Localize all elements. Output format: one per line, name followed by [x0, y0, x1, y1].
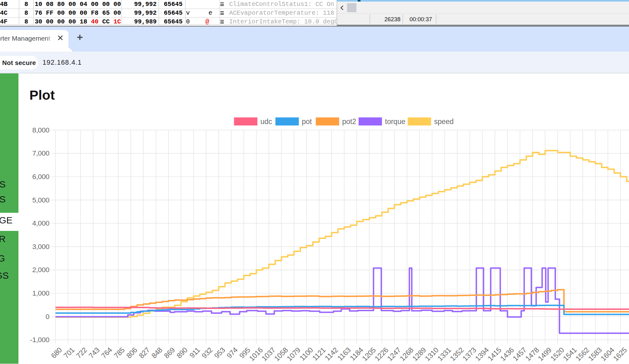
svg-text:785: 785 [112, 346, 126, 360]
svg-text:1625: 1625 [611, 346, 628, 363]
svg-text:974: 974 [225, 346, 239, 360]
svg-text:1016: 1016 [248, 346, 264, 363]
svg-text:udc: udc [260, 117, 272, 126]
svg-text:1604: 1604 [599, 346, 616, 362]
svg-text:1310: 1310 [423, 346, 440, 363]
svg-text:3,000: 3,000 [32, 243, 49, 251]
svg-text:1079: 1079 [285, 346, 302, 363]
svg-text:1520: 1520 [549, 346, 566, 363]
svg-text:1583: 1583 [586, 346, 603, 363]
svg-text:869: 869 [162, 346, 176, 360]
svg-text:1100: 1100 [298, 346, 315, 362]
svg-text:848: 848 [150, 346, 164, 360]
svg-text:5,000: 5,000 [32, 196, 49, 204]
svg-text:1436: 1436 [499, 346, 516, 363]
svg-text:1205: 1205 [360, 346, 377, 363]
svg-text:1037: 1037 [260, 346, 277, 363]
svg-text:1373: 1373 [461, 346, 478, 363]
svg-text:4,000: 4,000 [32, 219, 49, 227]
svg-text:932: 932 [200, 346, 214, 360]
svg-text:6,000: 6,000 [32, 173, 49, 181]
svg-text:1352: 1352 [448, 346, 465, 363]
svg-text:1268: 1268 [398, 346, 415, 363]
svg-text:1184: 1184 [348, 346, 365, 362]
svg-text:1478: 1478 [524, 346, 541, 363]
svg-text:1562: 1562 [574, 346, 591, 363]
svg-text:1415: 1415 [486, 346, 503, 363]
svg-text:1289: 1289 [411, 346, 428, 363]
svg-text:1142: 1142 [323, 346, 340, 362]
svg-text:8,000: 8,000 [32, 126, 49, 134]
svg-text:pot: pot [302, 117, 312, 126]
svg-text:806: 806 [125, 346, 139, 360]
svg-text:1499: 1499 [536, 346, 553, 363]
svg-text:1394: 1394 [474, 346, 491, 362]
svg-text:1331: 1331 [436, 346, 453, 363]
svg-text:743: 743 [87, 346, 101, 360]
svg-text:1058: 1058 [273, 346, 289, 363]
svg-text:911: 911 [188, 346, 202, 360]
svg-text:0: 0 [46, 313, 49, 321]
svg-text:pot2: pot2 [342, 117, 356, 126]
svg-text:701: 701 [62, 346, 76, 360]
svg-text:764: 764 [100, 346, 114, 360]
svg-text:1163: 1163 [336, 346, 352, 362]
svg-text:722: 722 [74, 346, 88, 360]
svg-text:-1,000: -1,000 [30, 336, 49, 344]
svg-text:827: 827 [137, 346, 151, 360]
svg-text:890: 890 [175, 346, 189, 360]
svg-text:1247: 1247 [386, 346, 403, 363]
svg-text:1121: 1121 [311, 346, 327, 362]
svg-text:torque: torque [385, 117, 405, 126]
svg-text:1457: 1457 [511, 346, 528, 363]
svg-text:680: 680 [49, 346, 63, 360]
svg-text:1226: 1226 [373, 346, 390, 363]
svg-text:7,000: 7,000 [32, 149, 49, 157]
svg-text:speed: speed [434, 117, 454, 126]
svg-text:2,000: 2,000 [32, 266, 49, 274]
svg-text:1,000: 1,000 [32, 289, 49, 297]
svg-text:953: 953 [213, 346, 227, 360]
svg-text:1541: 1541 [561, 346, 578, 363]
